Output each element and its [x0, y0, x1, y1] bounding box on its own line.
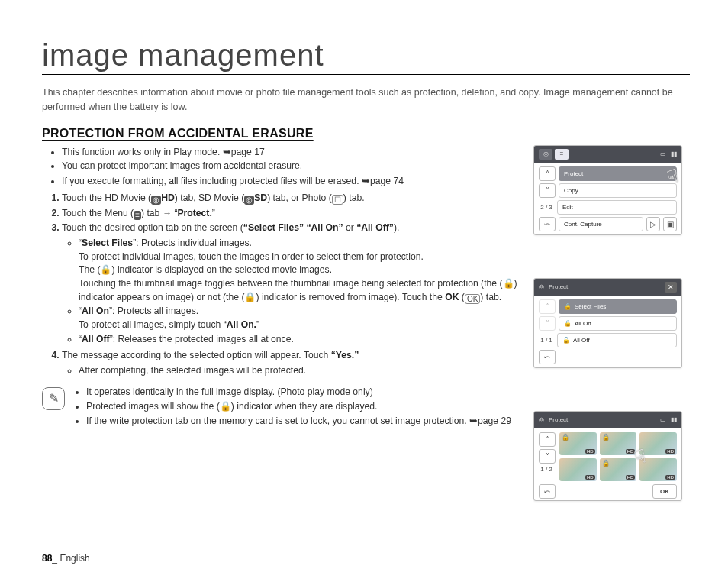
step-3: Touch the desired option tab on the scre…: [62, 221, 523, 346]
screen-protect-options: ◎ Protect ✕ ˄ 🔒Select Files ˅ 🔒All On 1 …: [533, 278, 682, 368]
intro-bullets: This function works only in Play mode. ➥…: [42, 145, 523, 189]
ok-button[interactable]: OK: [652, 484, 677, 499]
step-4: The message according to the selected op…: [62, 349, 523, 377]
label: Protect: [564, 170, 583, 177]
scroll-up-button[interactable]: ˄: [539, 166, 556, 181]
menu-item-copy[interactable]: Copy: [559, 183, 677, 198]
menu-item-edit[interactable]: Edit: [557, 200, 677, 215]
label: Copy: [564, 187, 578, 194]
screen-menu: ◎ ≡ ▭▮▮ ˄ Protect ☟ ˅ Copy: [533, 145, 682, 235]
hd-badge: HD: [626, 475, 636, 480]
intro-text: This chapter describes information about…: [42, 86, 690, 115]
photo-icon: ☐: [332, 195, 343, 205]
tab-menu-icon[interactable]: ≡: [555, 149, 569, 160]
scroll-down-button[interactable]: ˅: [539, 183, 556, 198]
screenshots-column: ◎ ≡ ▭▮▮ ˄ Protect ☟ ˅ Copy: [533, 145, 690, 501]
lock-icon: 🔒: [220, 401, 231, 412]
notes-block: ✎ It operates identically in the full im…: [42, 386, 511, 429]
thumbnail[interactable]: 🔒HD: [600, 458, 637, 481]
lock-icon: 🔒: [602, 434, 610, 441]
page-title: image management: [42, 38, 690, 75]
footer-language: English: [60, 553, 89, 564]
unlock-icon: 🔓: [562, 337, 570, 344]
label: Cont. Capture: [564, 221, 602, 228]
label: All Off: [573, 337, 590, 344]
menu-item-cont-capture[interactable]: Cont. Capture: [559, 217, 643, 231]
battery-icon: ▮▮: [671, 150, 677, 157]
hd-badge: HD: [626, 449, 636, 454]
bullet-format-warning: If you execute formatting, all files inc…: [62, 174, 523, 189]
instruction-column: This function works only in Play mode. ➥…: [42, 145, 523, 430]
thumbnail[interactable]: HD: [559, 458, 597, 481]
back-button[interactable]: ⤺: [539, 350, 556, 364]
storage-icon: ▭: [660, 416, 666, 423]
hd-badge: HD: [585, 475, 595, 480]
option-all-off: “All Off”: Releases the protected images…: [79, 333, 523, 347]
pager: 1 / 2: [539, 466, 554, 473]
note-1: It operates identically in the full imag…: [86, 386, 511, 399]
close-button[interactable]: ✕: [665, 282, 677, 292]
option-all-off[interactable]: 🔓All Off: [557, 333, 677, 347]
arrow-icon: →: [163, 208, 172, 218]
tab-movie-icon[interactable]: ◎: [539, 149, 552, 160]
hd-badge: HD: [665, 449, 675, 454]
thumbnail[interactable]: HD: [639, 432, 677, 455]
pager: 2 / 3: [539, 204, 554, 211]
frame-icon: ▣: [663, 217, 677, 231]
movie-icon: ◎: [151, 196, 161, 205]
lock-icon: 🔒: [100, 264, 111, 275]
step-4-sub: After completing, the selected images wi…: [79, 364, 523, 378]
option-all-on[interactable]: 🔒All On: [559, 316, 677, 331]
menu-icon: ≡: [134, 211, 141, 220]
ok-icon: OK: [465, 294, 480, 304]
thumbnail[interactable]: 🔒HD: [600, 432, 637, 455]
bullet-protect: You can protect important images from ac…: [62, 160, 523, 173]
thumbnail[interactable]: HD: [639, 458, 677, 481]
section-heading: PROTECTION FROM ACCIDENTAL ERASURE: [42, 127, 690, 141]
back-button[interactable]: ⤺: [539, 484, 556, 499]
battery-icon: ▮▮: [671, 416, 677, 423]
note-2: Protected images will show the (🔒) indic…: [86, 400, 511, 414]
screen-title: Protect: [549, 416, 568, 423]
scroll-up-button: ˄: [539, 299, 556, 314]
scroll-down-button[interactable]: ˅: [539, 449, 556, 464]
step-1: Touch the HD Movie (◎HD) tab, SD Movie (…: [62, 192, 523, 205]
text: If you execute formatting, all files inc…: [62, 176, 359, 186]
screen-protect-thumbnails: ◎ Protect ▭▮▮ ˄ ˅ 1 / 2 🔒HD 🔒HD: [533, 411, 682, 501]
ref-arrow-icon: ➥: [469, 415, 478, 426]
step-3-options: “Select Files”: Protects individual imag…: [62, 237, 523, 347]
movie-icon: ◎: [539, 416, 544, 423]
scroll-up-button[interactable]: ˄: [539, 432, 556, 447]
option-select-files[interactable]: 🔒Select Files: [559, 299, 677, 314]
page-number: 88: [42, 553, 52, 564]
note-3: If the write protection tab on the memor…: [86, 414, 511, 428]
step-2: Touch the Menu (≡) tab → “Protect.”: [62, 207, 523, 221]
bullet-play-mode: This function works only in Play mode. ➥…: [62, 145, 523, 160]
text: This function works only in Play mode.: [62, 147, 220, 157]
note-icon: ✎: [42, 387, 65, 410]
page-ref: page 29: [478, 415, 511, 426]
scroll-down-button: ˅: [539, 316, 556, 331]
thumbnail[interactable]: 🔒HD: [559, 432, 597, 455]
option-all-on: “All On”: Protects all images. To protec…: [79, 305, 523, 331]
pager: 1 / 1: [539, 337, 554, 344]
lock-icon: 🔒: [244, 292, 256, 302]
lock-icon: 🔒: [564, 303, 572, 310]
play-icon: ▷: [646, 217, 660, 231]
steps-list: Touch the HD Movie (◎HD) tab, SD Movie (…: [42, 192, 523, 378]
screen-title: Protect: [549, 283, 568, 290]
lock-icon: 🔒: [503, 278, 514, 289]
ref-arrow-icon: ➥: [362, 175, 370, 186]
lock-icon: 🔒: [602, 460, 610, 467]
manual-page: image management This chapter describes …: [0, 0, 728, 585]
back-button[interactable]: ⤺: [539, 217, 556, 231]
option-select-files: “Select Files”: Protects individual imag…: [79, 237, 523, 304]
label: Edit: [562, 204, 573, 211]
lock-icon: 🔒: [562, 434, 569, 441]
ref-arrow-icon: ➥: [223, 146, 231, 157]
page-ref: page 17: [231, 147, 265, 157]
menu-item-protect[interactable]: Protect ☟: [559, 166, 677, 181]
lock-icon: 🔒: [564, 320, 572, 327]
movie-icon: ◎: [244, 196, 254, 205]
label: Select Files: [575, 303, 606, 310]
